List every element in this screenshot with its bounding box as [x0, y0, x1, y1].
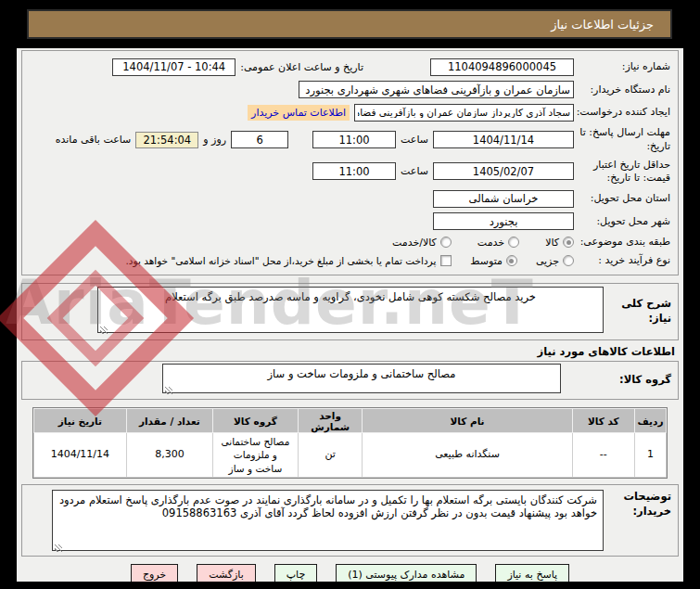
goods-group-label: گروه کالا: [604, 373, 674, 388]
view-attachments-button[interactable]: مشاهده مدارک پیوستی (1) [336, 564, 477, 582]
page: جزئیات اطلاعات نیاز شماره نیاز: تاریخ و … [0, 0, 700, 589]
table-row: 1 -- سنگدانه طبیعی تن مصالح ساختمانی و م… [34, 433, 667, 478]
goods-radio-label: کالا [545, 237, 559, 249]
row-province: استان محل تحویل: [26, 190, 674, 208]
service-radio-label: خدمت [477, 237, 504, 249]
header-need-date: تاریخ نیاز [34, 409, 127, 433]
announce-datetime-input[interactable] [112, 58, 235, 76]
row-city: شهر محل تحویل: [26, 212, 674, 230]
goods-table-wrap: ردیف کد کالا نام کالا واحد شمارش گروه کا… [32, 407, 668, 479]
hours-remaining-label: ساعت باقی مانده [56, 134, 132, 146]
row-creator: ایجاد کننده درخواست: اطلاعات تماس خریدار [26, 104, 674, 122]
option-partial: جزیی [536, 255, 574, 267]
option-service: خدمت [477, 237, 519, 249]
goods-service-radio-label: کالا/خدمت [392, 237, 437, 249]
goods-radio[interactable] [563, 237, 574, 248]
cell-goods-group: مصالح ساختمانی و ملزومات ساخت و ساز [213, 433, 299, 478]
price-validity-date-input[interactable] [433, 162, 574, 180]
option-goods-service: کالا/خدمت [392, 237, 452, 249]
row-need-number: شماره نیاز: تاریخ و ساعت اعلان عمومی: [26, 58, 674, 76]
goods-group-wrap: مصالح ساختمانی و ملزومات ساخت و ساز [162, 364, 604, 397]
cell-quantity: 8,300 [126, 433, 212, 478]
buyer-org-label: نام دستگاه خریدار: [574, 83, 674, 96]
buyer-org-input[interactable] [299, 81, 574, 98]
need-info-panel: شماره نیاز: تاریخ و ساعت اعلان عمومی: نا… [21, 50, 679, 275]
need-number-label: شماره نیاز: [574, 60, 674, 73]
cell-unit: تن [298, 433, 363, 478]
header-quantity: تعداد / مقدار [126, 409, 212, 433]
row-reply-deadline: مهلت ارسال پاسخ: تا تاریخ: ساعت روز و 21… [26, 126, 674, 153]
price-validity-hour-label: ساعت [401, 165, 428, 177]
subject-class-label: طبقه بندی موضوعی: [574, 236, 674, 249]
header-row-number: ردیف [635, 409, 667, 433]
price-validity-time-input[interactable] [312, 162, 396, 180]
medium-radio-label: متوسط [470, 255, 503, 267]
reply-deadline-label: مهلت ارسال پاسخ: تا تاریخ: [574, 126, 674, 153]
creator-input[interactable] [354, 104, 574, 122]
buyer-notes-wrap: شرکت کنندگان بایستی برگه استعلام بها را … [52, 490, 604, 555]
header-goods-code: کد کالا [572, 409, 635, 433]
buyer-notes-panel: توضیحات خریدار: شرکت کنندگان بایستی برگه… [21, 484, 679, 557]
need-description-wrap: خرید مصالح شکسته کوهی شامل نخودی، گراویه… [97, 287, 604, 337]
city-input[interactable] [433, 212, 574, 230]
medium-radio[interactable] [506, 255, 517, 266]
goods-group-textarea[interactable]: مصالح ساختمانی و ملزومات ساخت و ساز [162, 364, 561, 393]
countdown-timer: 21:54:04 [135, 132, 198, 148]
creator-label: ایجاد کننده درخواست: [574, 106, 674, 119]
row-subject-class: طبقه بندی موضوعی: کالا خدمت کالا/خدمت [26, 236, 674, 249]
row-price-validity: حداقل تاریخ اعتبار قیمت: تا تاریخ: ساعت [26, 159, 674, 186]
days-label: روز و [203, 134, 226, 146]
process-type-label: نوع فرآیند خرید : [574, 254, 674, 267]
goods-table: ردیف کد کالا نام کالا واحد شمارش گروه کا… [33, 408, 667, 478]
service-radio[interactable] [508, 237, 519, 248]
need-description-label: شرح کلی نیاز: [604, 297, 674, 326]
cell-row-number: 1 [635, 433, 667, 478]
days-remaining-input[interactable] [231, 131, 288, 148]
row-buyer-org: نام دستگاه خریدار: [26, 81, 674, 98]
reply-deadline-time-input[interactable] [312, 131, 396, 148]
buyer-notes-label: توضیحات خریدار: [604, 490, 674, 519]
reply-deadline-hour-label: ساعت [401, 134, 428, 146]
header-unit: واحد شمارش [298, 409, 363, 433]
header-goods-group: گروه کالا [213, 409, 299, 433]
goods-group-panel: گروه کالا: مصالح ساختمانی و ملزومات ساخت… [21, 361, 679, 400]
province-input[interactable] [433, 190, 574, 208]
need-number-input[interactable] [430, 58, 574, 76]
page-title-bar: جزئیات اطلاعات نیاز [27, 9, 672, 39]
treasury-checkbox[interactable] [440, 255, 452, 266]
goods-service-radio[interactable] [440, 237, 452, 248]
reply-to-need-button[interactable]: پاسخ به نیاز [495, 564, 569, 582]
partial-radio[interactable] [563, 255, 574, 266]
option-medium: متوسط [470, 255, 517, 267]
action-buttons: پاسخ به نیاز مشاهده مدارک پیوستی (1) چاپ… [21, 564, 679, 582]
treasury-checkbox-label: پرداخت تمام یا بخشی از مبلغ خرید،از محل … [125, 255, 436, 266]
option-goods: کالا [545, 237, 574, 249]
buyer-contact-link[interactable]: اطلاعات تماس خریدار [248, 105, 350, 121]
announce-label: تاریخ و ساعت اعلان عمومی: [240, 61, 363, 73]
page-title: جزئیات اطلاعات نیاز [551, 18, 654, 32]
print-button[interactable]: چاپ [274, 564, 318, 582]
city-label: شهر محل تحویل: [574, 215, 674, 228]
need-description-panel: شرح کلی نیاز: خرید مصالح شکسته کوهی شامل… [21, 283, 679, 340]
exit-button[interactable]: خروج [131, 564, 178, 582]
cell-need-date: 1404/11/14 [34, 433, 127, 478]
goods-table-header-row: ردیف کد کالا نام کالا واحد شمارش گروه کا… [34, 409, 667, 433]
goods-section-title: اطلاعات کالاهای مورد نیاز [25, 345, 675, 358]
reply-deadline-date-input[interactable] [433, 131, 574, 148]
back-button[interactable]: بازگشت [197, 564, 256, 582]
cell-goods-name: سنگدانه طبیعی [363, 433, 572, 478]
row-process-type: نوع فرآیند خرید : جزیی متوسط پرداخت تمام… [26, 254, 674, 267]
need-description-textarea[interactable]: خرید مصالح شکسته کوهی شامل نخودی، گراویه… [97, 287, 604, 333]
partial-radio-label: جزیی [536, 255, 559, 267]
header-goods-name: نام کالا [363, 409, 572, 433]
content-area: شماره نیاز: تاریخ و ساعت اعلان عمومی: نا… [17, 48, 683, 582]
price-validity-label: حداقل تاریخ اعتبار قیمت: تا تاریخ: [574, 159, 674, 186]
province-label: استان محل تحویل: [574, 192, 674, 205]
buyer-notes-textarea[interactable]: شرکت کنندگان بایستی برگه استعلام بها را … [52, 490, 604, 551]
cell-goods-code: -- [572, 433, 635, 478]
